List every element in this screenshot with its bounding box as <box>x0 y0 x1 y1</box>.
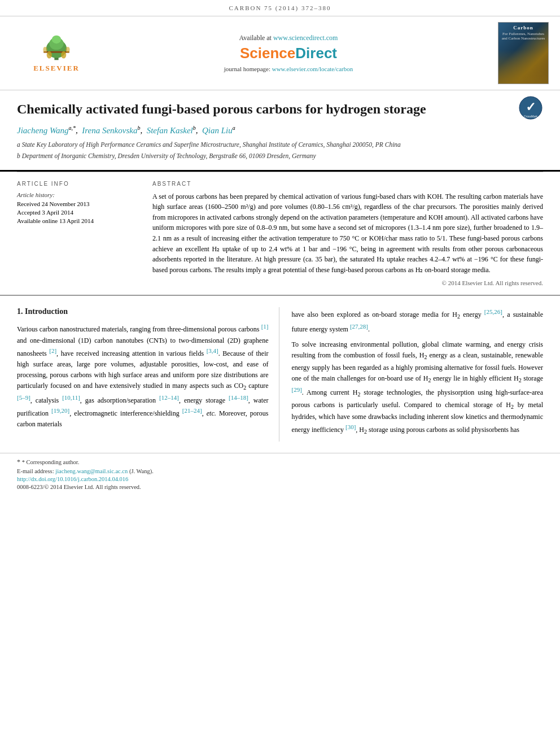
corresponding-author: * * Corresponding author. <box>17 458 543 466</box>
ref-29[interactable]: [29] <box>292 386 302 393</box>
intro-title: Introduction <box>25 307 68 316</box>
body-section: 1. Introduction Various carbon nanostruc… <box>0 296 560 452</box>
svg-point-6 <box>61 51 66 59</box>
crossmark-icon: ✓ CrossMark <box>519 96 542 120</box>
journal-homepage: journal homepage: www.elsevier.com/locat… <box>102 65 475 72</box>
body-col-left: 1. Introduction Various carbon nanostruc… <box>17 307 279 441</box>
article-info-label: ARTICLE INFO <box>17 181 141 187</box>
abstract-label: ABSTRACT <box>152 181 543 187</box>
intro-paragraph2: have also been explored as on-board stor… <box>292 307 544 335</box>
journal-bar-text: CARBON 75 (2014) 372–380 <box>229 5 331 11</box>
journal-bar: CARBON 75 (2014) 372–380 <box>0 0 560 16</box>
affiliations: a State Key Laboratory of High Performan… <box>17 140 543 161</box>
elsevier-logo: ELSEVIER <box>23 33 90 73</box>
author-irena-senkovska[interactable]: Irena Senkovska <box>82 126 137 135</box>
svg-point-8 <box>65 47 69 53</box>
header: ELSEVIER Available at www.sciencedirect.… <box>0 16 560 90</box>
ref-3-4[interactable]: [3,4] <box>207 347 218 354</box>
affil-a: a State Key Laboratory of High Performan… <box>17 140 543 150</box>
ref-10-11[interactable]: [10,11] <box>62 394 80 401</box>
author-qian-liu[interactable]: Qian Liu <box>202 126 233 135</box>
ref-5-9[interactable]: [5–9] <box>17 394 30 401</box>
intro-num: 1. <box>17 307 23 316</box>
ref-25-26[interactable]: [25,26] <box>484 308 502 315</box>
cover-title-text: Carbon <box>513 25 533 30</box>
issn-line: 0008-6223/© 2014 Elsevier Ltd. All right… <box>17 484 543 490</box>
header-right: Carbon For Fullerenes, Nanotubes and Car… <box>475 22 549 84</box>
author-stefan-kaskel[interactable]: Stefan Kaskel <box>147 126 193 135</box>
svg-point-5 <box>47 51 52 59</box>
article-history-label: Article history: <box>17 191 141 198</box>
doi-link[interactable]: http://dx.doi.org/10.1016/j.carbon.2014.… <box>17 476 128 482</box>
available-text: Available at www.sciencedirect.com <box>102 34 475 42</box>
elsevier-tree-icon <box>34 33 79 62</box>
email-line: E-mail address: jiacheng.wang@mail.sic.a… <box>17 468 543 474</box>
intro-paragraph1: Various carbon nanostructured materials,… <box>17 322 269 430</box>
ref-14-18[interactable]: [14–18] <box>229 394 248 401</box>
elsevier-text: ELSEVIER <box>33 64 80 73</box>
publisher-logo: ELSEVIER <box>11 33 102 73</box>
author-jiacheng-wang[interactable]: Jiacheng Wang <box>17 126 69 135</box>
crossmark-badge[interactable]: ✓ CrossMark <box>518 95 543 120</box>
ref-12-14[interactable]: [12–14] <box>159 394 179 401</box>
svg-point-7 <box>43 47 47 53</box>
journal-url[interactable]: www.elsevier.com/locate/carbon <box>272 65 353 72</box>
doi-line: http://dx.doi.org/10.1016/j.carbon.2014.… <box>17 476 543 482</box>
available-online-date: Available online 13 April 2014 <box>17 217 141 224</box>
email-link[interactable]: jiacheng.wang@mail.sic.ac.cn <box>55 468 129 474</box>
ref-1[interactable]: [1] <box>261 323 269 330</box>
ref-2[interactable]: [2] <box>49 347 56 354</box>
intro-paragraph3: To solve increasing environmental pollut… <box>292 339 544 437</box>
abstract-section: ABSTRACT A set of porous carbons has bee… <box>152 181 543 287</box>
ref-19-20[interactable]: [19,20] <box>51 407 69 414</box>
svg-text:✓: ✓ <box>526 100 536 114</box>
article-abstract-section: ARTICLE INFO Article history: Received 2… <box>0 172 560 296</box>
accepted-date: Accepted 3 April 2014 <box>17 209 141 216</box>
sciencedirect-url[interactable]: www.sciencedirect.com <box>273 34 338 42</box>
paper-title: Chemically activated fungi-based porous … <box>17 101 506 118</box>
sciencedirect-logo: ScienceDirect <box>102 45 475 62</box>
svg-point-3 <box>52 36 61 44</box>
article-info: ARTICLE INFO Article history: Received 2… <box>17 181 141 287</box>
ref-21-24[interactable]: [21–24] <box>182 407 202 414</box>
title-section: Chemically activated fungi-based porous … <box>0 90 560 172</box>
journal-cover: Carbon For Fullerenes, Nanotubes and Car… <box>498 22 549 84</box>
ref-30[interactable]: [30] <box>345 423 356 430</box>
body-col-right: have also been explored as on-board stor… <box>291 307 544 441</box>
received-date: Received 24 November 2013 <box>17 200 141 207</box>
ref-27-28[interactable]: [27,28] <box>350 323 368 330</box>
intro-heading: 1. Introduction <box>17 307 269 316</box>
cover-sub-text: For Fullerenes, Nanotubes and Carbon Nan… <box>501 32 546 41</box>
footer: * * Corresponding author. E-mail address… <box>0 453 560 496</box>
abstract-text: A set of porous carbons has been prepare… <box>152 191 543 276</box>
svg-text:CrossMark: CrossMark <box>523 115 537 118</box>
copyright-line: © 2014 Elsevier Ltd. All rights reserved… <box>152 279 543 286</box>
affil-b: b Department of Inorganic Chemistry, Dre… <box>17 151 543 161</box>
authors-line: Jiacheng Wanga,*, Irena Senkovskab, Stef… <box>17 125 543 136</box>
header-center: Available at www.sciencedirect.com Scien… <box>102 34 475 72</box>
